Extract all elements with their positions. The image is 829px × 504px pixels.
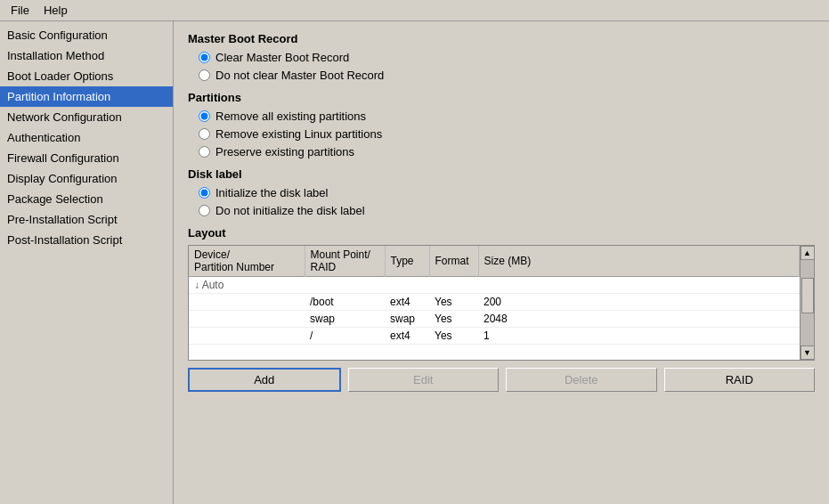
table-row[interactable]: /boot ext4 Yes 200 — [189, 294, 800, 311]
sidebar-item-network-configuration[interactable]: Network Configuration — [0, 107, 173, 127]
partition-radio-preserve[interactable] — [199, 146, 210, 158]
cell-size — [478, 277, 800, 294]
cell-mount — [305, 277, 385, 294]
raid-button[interactable]: RAID — [664, 368, 816, 392]
disk-label-no-init: Do not initialize the disk label — [215, 204, 365, 217]
partitions-options: Remove all existing partitions Remove ex… — [199, 110, 815, 159]
sidebar-item-installation-method[interactable]: Installation Method — [0, 45, 173, 66]
sidebar: Basic Configuration Installation Method … — [0, 21, 174, 504]
cell-size: 200 — [478, 294, 800, 311]
cell-device: ↓ Auto — [189, 277, 305, 294]
scrollbar-thumb[interactable] — [801, 278, 814, 313]
cell-device — [189, 294, 305, 311]
cell-type: ext4 — [385, 294, 429, 311]
mbr-label-clear: Clear Master Boot Record — [215, 51, 349, 64]
cell-device — [189, 328, 305, 345]
col-mount: Mount Point/RAID — [305, 246, 385, 277]
partition-table-header: Device/Partition Number Mount Point/RAID… — [189, 246, 800, 277]
cell-size: 1 — [478, 328, 800, 345]
scrollbar-track[interactable] — [801, 260, 814, 345]
mbr-radio-no-clear[interactable] — [199, 69, 210, 81]
cell-format: Yes — [429, 294, 478, 311]
partitions-title: Partitions — [188, 91, 815, 104]
edit-button[interactable]: Edit — [348, 368, 500, 392]
cell-mount: / — [305, 328, 385, 345]
sidebar-item-authentication[interactable]: Authentication — [0, 127, 173, 148]
partition-label-preserve: Preserve existing partitions — [215, 145, 354, 159]
col-size: Size (MB) — [478, 246, 800, 277]
col-format: Format — [429, 246, 478, 277]
cell-mount: /boot — [305, 294, 385, 311]
delete-button[interactable]: Delete — [506, 368, 657, 392]
content-area: Master Boot Record Clear Master Boot Rec… — [174, 21, 829, 504]
menubar: File Help — [0, 0, 829, 21]
cell-mount: swap — [305, 311, 385, 328]
sidebar-item-boot-loader-options[interactable]: Boot Loader Options — [0, 66, 173, 86]
cell-type: ext4 — [385, 328, 429, 345]
scrollbar-arrow-down[interactable]: ▼ — [801, 345, 815, 360]
action-buttons: Add Edit Delete RAID — [188, 368, 815, 392]
layout-table-scroll[interactable]: ↓ Auto /boot ext4 Yes — [189, 277, 800, 360]
add-button[interactable]: Add — [188, 368, 341, 392]
disk-radio-init[interactable] — [199, 187, 210, 199]
partition-label-remove-linux: Remove existing Linux partitions — [215, 127, 382, 141]
sidebar-item-package-selection[interactable]: Package Selection — [0, 189, 173, 209]
col-type: Type — [385, 246, 429, 277]
sidebar-item-firewall-configuration[interactable]: Firewall Configuration — [0, 148, 173, 168]
scrollbar-arrow-up[interactable]: ▲ — [801, 246, 815, 260]
cell-format: Yes — [429, 311, 478, 328]
menu-help[interactable]: Help — [37, 2, 75, 19]
partition-option-remove-all[interactable]: Remove all existing partitions — [199, 110, 815, 123]
sidebar-item-pre-installation-script[interactable]: Pre-Installation Script — [0, 209, 173, 230]
table-row[interactable]: ↓ Auto — [189, 277, 800, 294]
main-container: Basic Configuration Installation Method … — [0, 21, 829, 504]
mbr-title: Master Boot Record — [188, 32, 815, 45]
partition-option-remove-linux[interactable]: Remove existing Linux partitions — [199, 127, 815, 141]
partition-option-preserve[interactable]: Preserve existing partitions — [199, 145, 815, 159]
table-row[interactable]: / ext4 Yes 1 — [189, 328, 800, 345]
disk-option-no-init[interactable]: Do not initialize the disk label — [199, 204, 815, 217]
partition-radio-remove-all[interactable] — [199, 110, 210, 122]
mbr-radio-clear[interactable] — [199, 52, 210, 63]
mbr-options: Clear Master Boot Record Do not clear Ma… — [199, 51, 815, 82]
col-device: Device/Partition Number — [189, 246, 305, 277]
disk-label-init: Initialize the disk label — [215, 186, 328, 199]
cell-type: swap — [385, 311, 429, 328]
mbr-label-no-clear: Do not clear Master Boot Record — [215, 69, 384, 82]
layout-table-wrapper: Device/Partition Number Mount Point/RAID… — [188, 245, 815, 361]
partition-label-remove-all: Remove all existing partitions — [215, 110, 366, 123]
disk-label-title: Disk label — [188, 167, 815, 181]
disk-option-init[interactable]: Initialize the disk label — [199, 186, 815, 199]
partition-radio-remove-linux[interactable] — [199, 128, 210, 140]
sidebar-item-basic-configuration[interactable]: Basic Configuration — [0, 25, 173, 45]
cell-type — [385, 277, 429, 294]
disk-label-options: Initialize the disk label Do not initial… — [199, 186, 815, 217]
layout-title: Layout — [188, 226, 815, 240]
menu-file[interactable]: File — [4, 2, 37, 19]
cell-format: Yes — [429, 328, 478, 345]
cell-size: 2048 — [478, 311, 800, 328]
layout-table-inner: Device/Partition Number Mount Point/RAID… — [189, 246, 800, 360]
disk-radio-no-init[interactable] — [199, 205, 210, 216]
cell-device — [189, 311, 305, 328]
table-row[interactable]: swap swap Yes 2048 — [189, 311, 800, 328]
mbr-option-clear[interactable]: Clear Master Boot Record — [199, 51, 815, 64]
sidebar-item-partition-information[interactable]: Partition Information — [0, 86, 173, 107]
sidebar-item-post-installation-script[interactable]: Post-Installation Script — [0, 230, 173, 250]
table-scrollbar[interactable]: ▲ ▼ — [800, 246, 814, 360]
mbr-option-no-clear[interactable]: Do not clear Master Boot Record — [199, 69, 815, 82]
cell-format — [429, 277, 478, 294]
partition-table-body: ↓ Auto /boot ext4 Yes — [189, 277, 800, 345]
sidebar-item-display-configuration[interactable]: Display Configuration — [0, 168, 173, 189]
